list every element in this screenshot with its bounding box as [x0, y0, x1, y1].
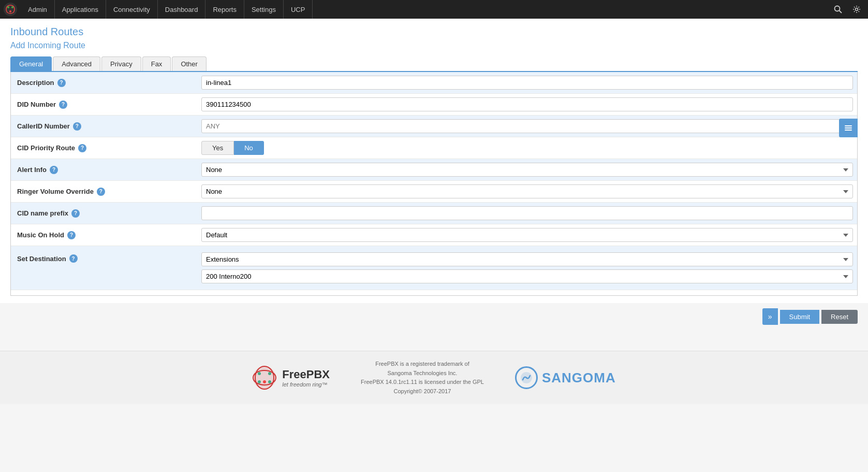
help-icon-cid-prefix[interactable]: ?: [71, 209, 80, 218]
form-row-cid-priority: CID Priority Route ? Yes No: [11, 137, 857, 159]
field-set-destination: Extensions 200 Interno200: [197, 249, 857, 287]
tab-bar: General Advanced Privacy Fax Other: [10, 56, 858, 72]
settings-icon[interactable]: [847, 0, 866, 19]
input-callerid[interactable]: [201, 119, 853, 133]
copyright-line4: Copyright© 2007-2017: [361, 387, 484, 396]
svg-point-1: [7, 6, 9, 8]
copyright-line3: FreePBX 14.0.1rc1.11 is licensed under t…: [361, 378, 484, 387]
help-icon-callerid[interactable]: ?: [73, 122, 81, 131]
nav-ucp[interactable]: UCP: [284, 0, 313, 19]
input-cid-prefix[interactable]: [201, 206, 853, 220]
svg-rect-7: [845, 125, 852, 126]
form-row-cid-prefix: CID name prefix ?: [11, 203, 857, 224]
toggle-no[interactable]: No: [234, 141, 264, 155]
nav-reports[interactable]: Reports: [205, 0, 244, 19]
svg-point-17: [268, 380, 271, 383]
help-icon-cid-priority[interactable]: ?: [78, 144, 86, 152]
tab-other[interactable]: Other: [172, 56, 207, 71]
field-ringer-volume: None: [197, 181, 857, 202]
select-music-on-hold[interactable]: Default: [201, 228, 853, 242]
label-callerid: CallerID Number ?: [11, 118, 197, 135]
sangoma-brand: SANGOMA: [515, 366, 616, 389]
navbar-right: [829, 0, 866, 19]
content-wrapper: General Advanced Privacy Fax Other Descr…: [10, 56, 858, 296]
field-callerid: [197, 116, 857, 136]
nav-settings[interactable]: Settings: [244, 0, 284, 19]
help-icon-set-destination[interactable]: ?: [69, 254, 78, 263]
field-music-on-hold: Default: [197, 225, 857, 245]
label-set-destination: Set Destination ?: [11, 249, 197, 267]
nav-admin[interactable]: Admin: [21, 0, 55, 19]
page-footer: FreePBX let freedom ring™ FreePBX is a r…: [0, 351, 868, 404]
toggle-yes[interactable]: Yes: [201, 141, 234, 155]
select-alert-info[interactable]: None: [201, 163, 853, 177]
tab-privacy[interactable]: Privacy: [101, 56, 141, 71]
form-row-ringer-volume: Ringer Volume Override ? None: [11, 181, 857, 203]
label-alert-info: Alert Info ?: [11, 162, 197, 178]
svg-point-13: [258, 372, 261, 375]
help-icon-alert-info[interactable]: ?: [50, 166, 58, 174]
cid-priority-toggle: Yes No: [201, 141, 853, 155]
page-breadcrumb: Inbound Routes: [10, 26, 858, 38]
label-description: Description ?: [11, 75, 197, 91]
svg-point-10: [253, 366, 276, 389]
freepbx-logo: [2, 1, 19, 18]
svg-point-14: [268, 372, 271, 375]
svg-rect-8: [845, 127, 852, 128]
label-did: DID Number ?: [11, 96, 197, 113]
freepbx-name-block: FreePBX let freedom ring™: [282, 368, 330, 388]
copyright-line1: FreePBX is a registered trademark of: [361, 360, 484, 369]
svg-rect-9: [845, 130, 852, 131]
svg-point-3: [9, 10, 11, 12]
navbar: Admin Applications Connectivity Dashboar…: [0, 0, 868, 19]
form-row-did: DID Number ?: [11, 94, 857, 116]
field-cid-prefix: [197, 203, 857, 223]
tab-fax[interactable]: Fax: [142, 56, 171, 71]
label-ringer-volume: Ringer Volume Override ?: [11, 183, 197, 200]
select-ringer-volume[interactable]: None: [201, 184, 853, 198]
sangoma-circle-icon: [515, 366, 538, 389]
form-row-callerid: CallerID Number ?: [11, 116, 857, 137]
tab-general[interactable]: General: [10, 56, 52, 71]
freepbx-name: FreePBX: [282, 368, 330, 381]
help-icon-music-on-hold[interactable]: ?: [67, 231, 76, 239]
nav-dashboard[interactable]: Dashboard: [158, 0, 206, 19]
form-container: Description ? DID Number ?: [10, 72, 858, 296]
label-callerid-text: CallerID Number: [17, 122, 70, 130]
field-cid-priority: Yes No: [197, 138, 857, 158]
tab-advanced[interactable]: Advanced: [53, 56, 100, 71]
copyright-block: FreePBX is a registered trademark of San…: [361, 360, 484, 396]
help-icon-description[interactable]: ?: [57, 79, 66, 87]
field-alert-info: None: [197, 160, 857, 180]
form-row-set-destination: Set Destination ? Extensions 200 Interno…: [11, 246, 857, 290]
form-row-description: Description ?: [11, 72, 857, 94]
label-music-on-hold-text: Music On Hold: [17, 231, 64, 239]
label-description-text: Description: [17, 79, 54, 87]
label-set-destination-text: Set Destination: [17, 255, 66, 263]
field-did: [197, 94, 857, 115]
input-description[interactable]: [201, 76, 853, 90]
label-cid-prefix-text: CID name prefix: [17, 209, 68, 217]
nav-connectivity[interactable]: Connectivity: [106, 0, 158, 19]
svg-point-6: [856, 8, 858, 11]
freepbx-slogan: let freedom ring™: [282, 381, 330, 388]
svg-point-15: [263, 380, 266, 383]
page-title: Add Incoming Route: [10, 41, 858, 50]
side-list-button[interactable]: [839, 119, 858, 137]
help-icon-did[interactable]: ?: [59, 101, 67, 109]
freepbx-logo-footer: [252, 365, 277, 390]
form-row-music-on-hold: Music On Hold ? Default: [11, 224, 857, 246]
help-icon-ringer-volume[interactable]: ?: [97, 188, 105, 196]
label-did-text: DID Number: [17, 101, 56, 108]
select-destination-type[interactable]: Extensions: [201, 252, 853, 266]
svg-point-4: [835, 6, 840, 11]
submit-button[interactable]: Submit: [780, 310, 819, 324]
expand-button[interactable]: »: [762, 308, 778, 325]
nav-applications[interactable]: Applications: [55, 0, 106, 19]
reset-button[interactable]: Reset: [821, 310, 858, 324]
select-destination-value[interactable]: 200 Interno200: [201, 269, 853, 283]
input-did[interactable]: [201, 97, 853, 111]
search-icon[interactable]: [829, 0, 847, 19]
sangoma-name: SANGOMA: [542, 370, 616, 386]
label-cid-priority: CID Priority Route ?: [11, 140, 197, 156]
